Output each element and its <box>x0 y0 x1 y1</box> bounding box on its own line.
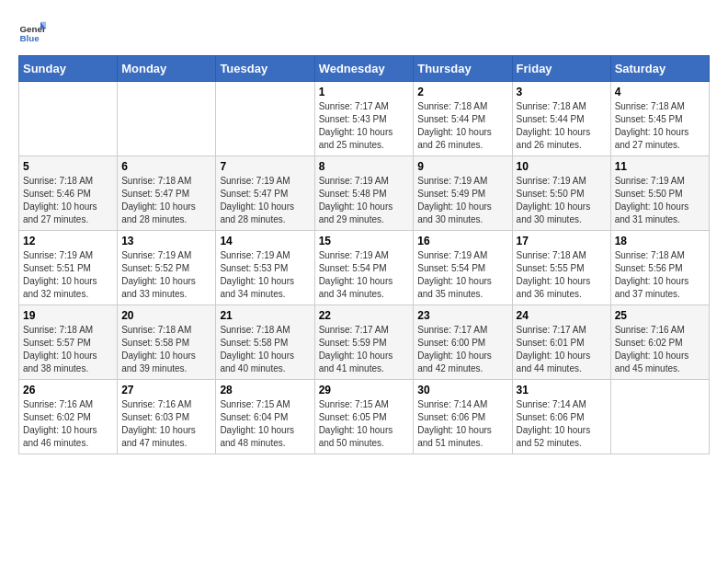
day-number: 30 <box>417 384 507 396</box>
day-number: 26 <box>23 384 113 396</box>
day-number: 16 <box>417 235 507 247</box>
day-number: 29 <box>319 384 410 396</box>
day-number: 1 <box>319 86 410 98</box>
day-info: Sunrise: 7:18 AMSunset: 5:58 PMDaylight:… <box>220 324 310 375</box>
day-number: 7 <box>220 160 310 173</box>
calendar-week-2: 5Sunrise: 7:18 AMSunset: 5:46 PMDaylight… <box>19 156 710 231</box>
header: General Blue <box>18 18 710 46</box>
calendar-cell: 27Sunrise: 7:16 AMSunset: 6:03 PMDayligh… <box>118 380 216 454</box>
calendar-table: SundayMondayTuesdayWednesdayThursdayFrid… <box>18 55 710 454</box>
weekday-header-wednesday: Wednesday <box>314 56 414 82</box>
weekday-header-monday: Monday <box>118 56 216 82</box>
calendar-cell <box>610 380 709 454</box>
weekday-header-thursday: Thursday <box>414 56 512 82</box>
calendar-cell: 19Sunrise: 7:18 AMSunset: 5:57 PMDayligh… <box>19 305 118 380</box>
day-info: Sunrise: 7:19 AMSunset: 5:50 PMDaylight:… <box>615 175 705 226</box>
calendar-cell: 14Sunrise: 7:19 AMSunset: 5:53 PMDayligh… <box>216 231 314 305</box>
calendar-cell: 6Sunrise: 7:18 AMSunset: 5:47 PMDaylight… <box>118 156 216 231</box>
day-number: 31 <box>517 384 607 396</box>
day-info: Sunrise: 7:16 AMSunset: 6:02 PMDaylight:… <box>615 324 705 375</box>
calendar-cell: 8Sunrise: 7:19 AMSunset: 5:48 PMDaylight… <box>314 156 414 231</box>
day-info: Sunrise: 7:16 AMSunset: 6:02 PMDaylight:… <box>23 398 113 450</box>
calendar-cell: 16Sunrise: 7:19 AMSunset: 5:54 PMDayligh… <box>414 231 512 305</box>
calendar-week-1: 1Sunrise: 7:17 AMSunset: 5:43 PMDaylight… <box>19 82 710 156</box>
day-number: 12 <box>23 235 113 247</box>
day-number: 3 <box>517 86 607 98</box>
day-number: 11 <box>615 160 705 173</box>
calendar-cell: 15Sunrise: 7:19 AMSunset: 5:54 PMDayligh… <box>314 231 414 305</box>
day-info: Sunrise: 7:19 AMSunset: 5:50 PMDaylight:… <box>517 175 607 226</box>
day-number: 14 <box>220 235 310 247</box>
day-info: Sunrise: 7:19 AMSunset: 5:52 PMDaylight:… <box>121 249 211 301</box>
day-info: Sunrise: 7:19 AMSunset: 5:54 PMDaylight:… <box>319 249 410 301</box>
day-number: 27 <box>121 384 211 396</box>
day-info: Sunrise: 7:19 AMSunset: 5:49 PMDaylight:… <box>417 175 507 226</box>
calendar-cell: 21Sunrise: 7:18 AMSunset: 5:58 PMDayligh… <box>216 305 314 380</box>
calendar-week-5: 26Sunrise: 7:16 AMSunset: 6:02 PMDayligh… <box>19 380 710 454</box>
svg-text:Blue: Blue <box>20 33 40 43</box>
day-number: 13 <box>121 235 211 247</box>
calendar-cell <box>19 82 118 156</box>
calendar-cell <box>216 82 314 156</box>
calendar-cell: 31Sunrise: 7:14 AMSunset: 6:06 PMDayligh… <box>512 380 610 454</box>
calendar-cell: 24Sunrise: 7:17 AMSunset: 6:01 PMDayligh… <box>512 305 610 380</box>
day-number: 22 <box>319 309 410 322</box>
calendar-cell: 25Sunrise: 7:16 AMSunset: 6:02 PMDayligh… <box>610 305 709 380</box>
calendar-cell: 30Sunrise: 7:14 AMSunset: 6:06 PMDayligh… <box>414 380 512 454</box>
calendar-cell: 13Sunrise: 7:19 AMSunset: 5:52 PMDayligh… <box>118 231 216 305</box>
calendar-cell: 3Sunrise: 7:18 AMSunset: 5:44 PMDaylight… <box>512 82 610 156</box>
day-info: Sunrise: 7:18 AMSunset: 5:56 PMDaylight:… <box>615 249 705 301</box>
day-info: Sunrise: 7:19 AMSunset: 5:54 PMDaylight:… <box>417 249 507 301</box>
day-info: Sunrise: 7:14 AMSunset: 6:06 PMDaylight:… <box>417 398 507 450</box>
day-info: Sunrise: 7:17 AMSunset: 6:01 PMDaylight:… <box>517 324 607 375</box>
calendar-cell: 28Sunrise: 7:15 AMSunset: 6:04 PMDayligh… <box>216 380 314 454</box>
day-info: Sunrise: 7:18 AMSunset: 5:46 PMDaylight:… <box>23 175 113 226</box>
day-info: Sunrise: 7:19 AMSunset: 5:53 PMDaylight:… <box>220 249 310 301</box>
day-info: Sunrise: 7:18 AMSunset: 5:58 PMDaylight:… <box>121 324 211 375</box>
weekday-header-saturday: Saturday <box>610 56 709 82</box>
calendar-cell: 4Sunrise: 7:18 AMSunset: 5:45 PMDaylight… <box>610 82 709 156</box>
day-info: Sunrise: 7:15 AMSunset: 6:04 PMDaylight:… <box>220 398 310 450</box>
weekday-header-row: SundayMondayTuesdayWednesdayThursdayFrid… <box>19 56 710 82</box>
day-number: 8 <box>319 160 410 173</box>
calendar-cell: 18Sunrise: 7:18 AMSunset: 5:56 PMDayligh… <box>610 231 709 305</box>
calendar-cell: 9Sunrise: 7:19 AMSunset: 5:49 PMDaylight… <box>414 156 512 231</box>
day-number: 23 <box>417 309 507 322</box>
day-info: Sunrise: 7:14 AMSunset: 6:06 PMDaylight:… <box>517 398 607 450</box>
day-info: Sunrise: 7:18 AMSunset: 5:45 PMDaylight:… <box>615 100 705 152</box>
day-number: 10 <box>517 160 607 173</box>
calendar-cell: 20Sunrise: 7:18 AMSunset: 5:58 PMDayligh… <box>118 305 216 380</box>
day-info: Sunrise: 7:18 AMSunset: 5:55 PMDaylight:… <box>517 249 607 301</box>
generalblue-icon: General Blue <box>18 18 46 46</box>
calendar-cell: 29Sunrise: 7:15 AMSunset: 6:05 PMDayligh… <box>314 380 414 454</box>
day-number: 9 <box>417 160 507 173</box>
day-number: 2 <box>417 86 507 98</box>
day-info: Sunrise: 7:18 AMSunset: 5:47 PMDaylight:… <box>121 175 211 226</box>
weekday-header-tuesday: Tuesday <box>216 56 314 82</box>
day-info: Sunrise: 7:17 AMSunset: 5:43 PMDaylight:… <box>319 100 410 152</box>
calendar-cell: 22Sunrise: 7:17 AMSunset: 5:59 PMDayligh… <box>314 305 414 380</box>
day-info: Sunrise: 7:19 AMSunset: 5:51 PMDaylight:… <box>23 249 113 301</box>
calendar-week-3: 12Sunrise: 7:19 AMSunset: 5:51 PMDayligh… <box>19 231 710 305</box>
logo: General Blue <box>18 18 48 46</box>
day-info: Sunrise: 7:18 AMSunset: 5:44 PMDaylight:… <box>517 100 607 152</box>
calendar-week-4: 19Sunrise: 7:18 AMSunset: 5:57 PMDayligh… <box>19 305 710 380</box>
day-number: 5 <box>23 160 113 173</box>
day-number: 17 <box>517 235 607 247</box>
day-number: 6 <box>121 160 211 173</box>
day-number: 19 <box>23 309 113 322</box>
calendar-cell: 5Sunrise: 7:18 AMSunset: 5:46 PMDaylight… <box>19 156 118 231</box>
day-info: Sunrise: 7:17 AMSunset: 6:00 PMDaylight:… <box>417 324 507 375</box>
day-number: 15 <box>319 235 410 247</box>
calendar-cell: 26Sunrise: 7:16 AMSunset: 6:02 PMDayligh… <box>19 380 118 454</box>
day-number: 24 <box>517 309 607 322</box>
day-info: Sunrise: 7:17 AMSunset: 5:59 PMDaylight:… <box>319 324 410 375</box>
calendar-cell: 17Sunrise: 7:18 AMSunset: 5:55 PMDayligh… <box>512 231 610 305</box>
day-info: Sunrise: 7:16 AMSunset: 6:03 PMDaylight:… <box>121 398 211 450</box>
calendar-cell: 10Sunrise: 7:19 AMSunset: 5:50 PMDayligh… <box>512 156 610 231</box>
calendar-cell: 11Sunrise: 7:19 AMSunset: 5:50 PMDayligh… <box>610 156 709 231</box>
day-number: 21 <box>220 309 310 322</box>
calendar-cell: 23Sunrise: 7:17 AMSunset: 6:00 PMDayligh… <box>414 305 512 380</box>
day-number: 20 <box>121 309 211 322</box>
calendar-cell <box>118 82 216 156</box>
